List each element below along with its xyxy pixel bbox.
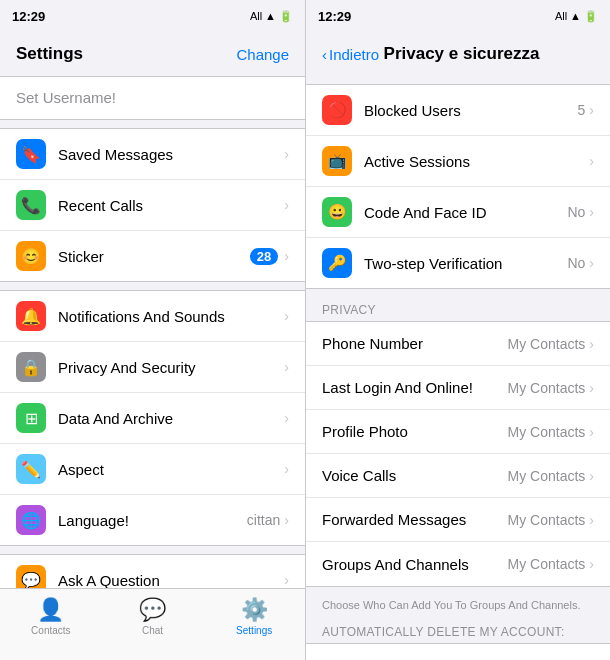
chats-tab-icon: 💬 <box>139 597 166 623</box>
last-login-chevron: › <box>589 380 594 396</box>
aspect-item[interactable]: ✏️ Aspect › <box>0 444 305 495</box>
username-banner[interactable]: Set Username! <box>0 76 305 120</box>
left-nav-title: Settings <box>16 44 83 64</box>
left-time: 12:29 <box>12 9 45 24</box>
left-status-icons: All ▲ 🔋 <box>250 10 293 23</box>
profile-photo-value: My Contacts <box>508 424 586 440</box>
contacts-tab-label: Contacts <box>31 625 70 636</box>
blocked-users-item[interactable]: 🚫 Blocked Users 5 › <box>306 85 610 136</box>
right-nav-bar: ‹ Indietro Privacy e sicurezza <box>306 32 610 76</box>
delete-section-wrapper: AUTOMATICALLY DELETE MY ACCOUNT: If Abse… <box>306 619 610 660</box>
blocked-users-label: Blocked Users <box>364 102 578 119</box>
privacy-section-header: PRIVACY <box>306 297 610 321</box>
left-scroll-content: Set Username! 🔖 Saved Messages › 📞 Recen… <box>0 76 305 588</box>
ask-question-label: Ask A Question <box>58 572 284 589</box>
aspect-icon: ✏️ <box>16 454 46 484</box>
left-panel: 12:29 All ▲ 🔋 Settings Change Set Userna… <box>0 0 305 660</box>
recent-calls-item[interactable]: 📞 Recent Calls › <box>0 180 305 231</box>
groups-channels-item[interactable]: Groups And Channels My Contacts › <box>306 542 610 586</box>
right-panel: 12:29 All ▲ 🔋 ‹ Indietro Privacy e sicur… <box>305 0 610 660</box>
sticker-label: Sticker <box>58 248 250 265</box>
language-label: Language! <box>58 512 247 529</box>
left-nav-bar: Settings Change <box>0 32 305 76</box>
wifi-icon: ▲ <box>265 10 276 22</box>
right-status-bar: 12:29 All ▲ 🔋 <box>306 0 610 32</box>
tab-settings[interactable]: ⚙️ Settings <box>203 597 305 636</box>
back-button[interactable]: ‹ Indietro <box>322 46 379 63</box>
right-signal-icon: All <box>555 10 567 22</box>
blocked-users-icon: 🚫 <box>322 95 352 125</box>
aspect-label: Aspect <box>58 461 284 478</box>
phone-number-item[interactable]: Phone Number My Contacts › <box>306 322 610 366</box>
back-label: Indietro <box>329 46 379 63</box>
sticker-chevron: › <box>284 248 289 264</box>
voice-calls-value: My Contacts <box>508 468 586 484</box>
notifications-icon: 🔔 <box>16 301 46 331</box>
signal-icon: All <box>250 10 262 22</box>
code-face-label: Code And Face ID <box>364 204 567 221</box>
voice-calls-label: Voice Calls <box>322 467 508 484</box>
data-icon: ⊞ <box>16 403 46 433</box>
saved-messages-item[interactable]: 🔖 Saved Messages › <box>0 129 305 180</box>
notifications-item[interactable]: 🔔 Notifications And Sounds › <box>0 291 305 342</box>
right-wifi-icon: ▲ <box>570 10 581 22</box>
tab-contacts[interactable]: 👤 Contacts <box>0 597 102 636</box>
last-login-item[interactable]: Last Login And Online! My Contacts › <box>306 366 610 410</box>
code-face-item[interactable]: 😀 Code And Face ID No › <box>306 187 610 238</box>
phone-number-value: My Contacts <box>508 336 586 352</box>
language-item[interactable]: 🌐 Language! cittan › <box>0 495 305 545</box>
privacy-section-wrapper: PRIVACY Phone Number My Contacts › Last … <box>306 297 610 619</box>
notifications-label: Notifications And Sounds <box>58 308 284 325</box>
data-label: Data And Archive <box>58 410 284 427</box>
chats-tab-label: Chat <box>142 625 163 636</box>
phone-number-label: Phone Number <box>322 335 508 352</box>
privacy-item[interactable]: 🔒 Privacy And Security › <box>0 342 305 393</box>
privacy-section-footer: Choose Who Can Add You To Groups And Cha… <box>306 595 610 619</box>
saved-messages-label: Saved Messages <box>58 146 284 163</box>
contacts-tab-icon: 👤 <box>37 597 64 623</box>
middle-section: 🔔 Notifications And Sounds › 🔒 Privacy A… <box>0 290 305 546</box>
last-login-label: Last Login And Online! <box>322 379 508 396</box>
active-sessions-item[interactable]: 📺 Active Sessions › <box>306 136 610 187</box>
battery-icon: 🔋 <box>279 10 293 23</box>
code-face-icon: 😀 <box>322 197 352 227</box>
groups-channels-value: My Contacts <box>508 556 586 572</box>
right-status-icons: All ▲ 🔋 <box>555 10 598 23</box>
ask-question-item[interactable]: 💬 Ask A Question › <box>0 555 305 588</box>
data-item[interactable]: ⊞ Data And Archive › <box>0 393 305 444</box>
language-chevron: › <box>284 512 289 528</box>
settings-tab-label: Settings <box>236 625 272 636</box>
tab-chats[interactable]: 💬 Chat <box>102 597 204 636</box>
if-absent-item[interactable]: If Absent For 12 Months › <box>306 644 610 660</box>
privacy-label: Privacy And Security <box>58 359 284 376</box>
active-sessions-label: Active Sessions <box>364 153 589 170</box>
right-time: 12:29 <box>318 9 351 24</box>
username-banner-text: Set Username! <box>16 89 116 106</box>
active-sessions-chevron: › <box>589 153 594 169</box>
forwarded-messages-item[interactable]: Forwarded Messages My Contacts › <box>306 498 610 542</box>
aspect-chevron: › <box>284 461 289 477</box>
profile-photo-chevron: › <box>589 424 594 440</box>
privacy-items-section: Phone Number My Contacts › Last Login An… <box>306 321 610 587</box>
change-button[interactable]: Change <box>236 46 289 63</box>
ask-question-chevron: › <box>284 572 289 588</box>
notifications-chevron: › <box>284 308 289 324</box>
saved-messages-icon: 🔖 <box>16 139 46 169</box>
sticker-item[interactable]: 😊 Sticker 28 › <box>0 231 305 281</box>
recent-calls-chevron: › <box>284 197 289 213</box>
two-step-item[interactable]: 🔑 Two-step Verification No › <box>306 238 610 288</box>
voice-calls-item[interactable]: Voice Calls My Contacts › <box>306 454 610 498</box>
groups-channels-chevron: › <box>589 556 594 572</box>
right-scroll-content: 🚫 Blocked Users 5 › 📺 Active Sessions › … <box>306 76 610 660</box>
saved-messages-chevron: › <box>284 146 289 162</box>
profile-photo-label: Profile Photo <box>322 423 508 440</box>
blocked-users-chevron: › <box>589 102 594 118</box>
profile-photo-item[interactable]: Profile Photo My Contacts › <box>306 410 610 454</box>
forwarded-messages-value: My Contacts <box>508 512 586 528</box>
ask-question-icon: 💬 <box>16 565 46 588</box>
phone-number-chevron: › <box>589 336 594 352</box>
sticker-icon: 😊 <box>16 241 46 271</box>
two-step-value: No <box>567 255 585 271</box>
blocked-users-value: 5 <box>578 102 586 118</box>
two-step-label: Two-step Verification <box>364 255 567 272</box>
